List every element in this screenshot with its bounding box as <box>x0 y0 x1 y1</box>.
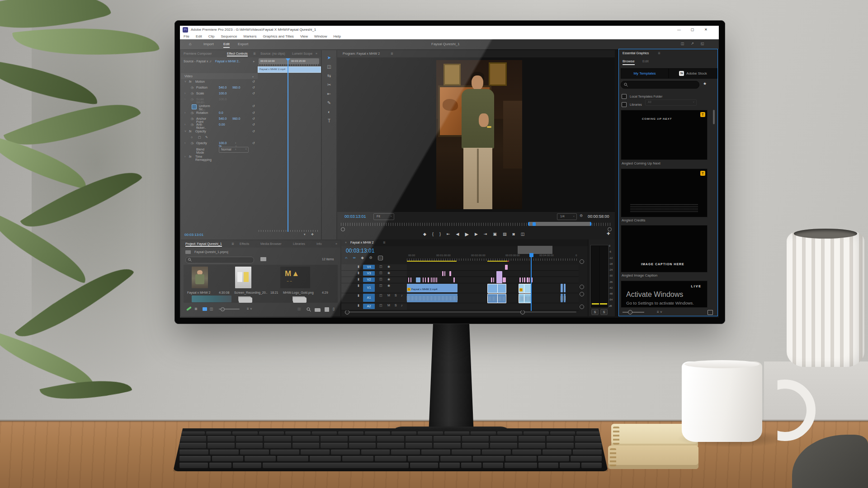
timeline-clip[interactable] <box>410 277 411 282</box>
tab-import[interactable]: Import <box>203 42 214 46</box>
timeline-clip[interactable] <box>487 294 498 303</box>
program-scroll-left-handle[interactable] <box>341 227 345 231</box>
project-folder-thumb[interactable] <box>239 297 252 303</box>
template-card[interactable]: IMAGE CAPTION HERE <box>621 225 708 272</box>
timeline-clip[interactable] <box>561 294 563 302</box>
timeline-clip[interactable] <box>564 284 566 292</box>
ec-keyframe-nav-icon[interactable]: ▾ <box>304 233 306 236</box>
timeline-clip[interactable] <box>416 277 420 282</box>
timeline-clip[interactable] <box>505 265 508 270</box>
track-select-tool[interactable]: ◫ <box>322 62 336 71</box>
fit-dropdown[interactable]: Fit ˅ <box>373 213 394 220</box>
step-back-icon[interactable]: ◀ <box>456 232 459 236</box>
track-lock-icon[interactable]: ▮ <box>358 265 359 268</box>
timeline-vscroll-handle[interactable] <box>580 259 584 264</box>
timeline-clip[interactable] <box>442 271 443 276</box>
program-playhead-marker[interactable] <box>533 222 536 226</box>
home-icon[interactable]: ⌂ <box>189 42 191 46</box>
play-icon[interactable]: ▶ <box>465 231 468 237</box>
tab-overflow-icon[interactable]: » <box>316 52 317 55</box>
track-lock-icon[interactable]: ▮ <box>358 304 359 307</box>
comparison-view-icon[interactable]: ◫ <box>521 232 525 236</box>
automate-sequence-icon[interactable]: ▥ <box>297 307 301 311</box>
step-forward-icon[interactable]: ▶ <box>475 232 478 236</box>
hand-tool[interactable]: ◐ <box>322 107 336 116</box>
tab-premiere-composer[interactable]: Premiere Composer <box>184 52 212 55</box>
favorites-star-icon[interactable]: ★ <box>703 81 707 86</box>
new-item-icon[interactable] <box>325 307 329 312</box>
track-name[interactable]: V2 <box>363 277 375 282</box>
extract-icon[interactable]: ▤ <box>503 232 507 236</box>
timeline-clip[interactable] <box>522 277 523 282</box>
menu-item[interactable]: File <box>184 34 189 38</box>
trash-icon[interactable]: ▯ <box>333 307 335 311</box>
program-zoom-thumb[interactable] <box>528 222 591 226</box>
toggle-track-output-icon[interactable]: ◉ <box>387 284 390 287</box>
project-search-input[interactable] <box>185 257 254 263</box>
my-templates-button[interactable]: My Templates <box>621 68 669 79</box>
eg-zoom-slider[interactable] <box>623 312 644 313</box>
project-overflow-icon[interactable]: » <box>335 242 337 245</box>
project-thumb-recording[interactable] <box>235 267 251 288</box>
selection-tool[interactable]: ➤ <box>322 53 336 62</box>
writable-pen-icon[interactable] <box>186 306 192 311</box>
ec-section-video[interactable]: Video ▴ <box>181 73 258 79</box>
sync-lock-icon[interactable]: ◫ <box>379 294 382 297</box>
template-card[interactable]: T <box>621 169 708 217</box>
add-marker-icon[interactable]: ◆ <box>361 256 363 260</box>
timeline-clip[interactable] <box>436 277 437 282</box>
timeline-hscrollbar[interactable] <box>347 311 576 313</box>
sync-lock-icon[interactable]: ◫ <box>379 265 382 268</box>
tab-libraries[interactable]: Libraries <box>293 242 305 245</box>
timeline-vscroll-handle[interactable] <box>580 285 584 289</box>
tab-media-browser[interactable]: Media Browser <box>260 242 282 245</box>
timeline-clip[interactable] <box>529 277 530 282</box>
solo-button[interactable]: S <box>395 294 397 297</box>
timeline-clip[interactable] <box>524 284 531 293</box>
ripple-edit-tool[interactable]: ⇆ <box>322 71 336 80</box>
sync-lock-icon[interactable]: ◫ <box>379 277 382 281</box>
menu-item[interactable]: Edit <box>196 34 202 38</box>
project-menu-icon[interactable]: ≣ <box>231 242 234 246</box>
linked-selection-icon[interactable]: ∞ <box>353 256 356 260</box>
timeline-playhead-line[interactable] <box>531 253 532 311</box>
toggle-track-output-icon[interactable]: ◉ <box>387 271 390 275</box>
menu-item[interactable]: Help <box>334 34 341 38</box>
timeline-clip[interactable] <box>449 271 451 276</box>
settings-wrench-icon[interactable]: ⚙ <box>580 214 583 218</box>
timeline-settings-icon[interactable]: ⚙ <box>369 256 373 260</box>
eg-sort-icon[interactable]: ≡ ˅ <box>657 310 662 314</box>
timeline-vscroll-handle[interactable] <box>580 305 584 309</box>
icon-view-icon[interactable] <box>203 307 207 311</box>
ec-bottom-timecode[interactable]: 00:03:13:01 <box>184 233 203 237</box>
file-name[interactable]: MHW-Logo_Gold.png <box>283 291 314 294</box>
track-name[interactable]: V3 <box>363 271 375 276</box>
sort-icon[interactable]: ≡ ˅ <box>247 307 252 311</box>
panel-menu-icon[interactable]: ≣ <box>253 52 256 56</box>
solo-button[interactable]: S <box>395 304 397 307</box>
sync-lock-icon[interactable]: ◫ <box>379 284 382 287</box>
toggle-track-output-icon[interactable]: ◉ <box>387 265 390 268</box>
tab-info[interactable]: Info <box>316 242 322 245</box>
track-name[interactable]: A1 <box>363 294 375 302</box>
menu-item[interactable]: Window <box>314 34 327 38</box>
eg-menu-icon[interactable]: ≣ <box>658 52 660 55</box>
eg-search-input[interactable] <box>621 81 699 89</box>
timeline-clip[interactable] <box>524 277 525 282</box>
slip-tool[interactable]: ⇤ <box>322 89 336 98</box>
maximize-button[interactable]: ▢ <box>691 28 694 32</box>
libraries-checkbox[interactable]: Libraries <box>622 100 642 108</box>
export-frame-icon[interactable]: ◙ <box>512 232 514 236</box>
timeline-clip[interactable] <box>493 277 494 282</box>
mic-icon[interactable]: ♪ <box>401 294 403 297</box>
timeline-clip[interactable] <box>423 277 424 282</box>
solo-button[interactable]: S <box>591 309 599 315</box>
lift-icon[interactable]: ▣ <box>493 232 497 236</box>
timeline-clip[interactable] <box>408 277 409 282</box>
timeline-clip[interactable] <box>496 271 502 283</box>
track-name[interactable]: A2 <box>363 304 375 309</box>
project-folder-thumb[interactable] <box>293 297 307 303</box>
eg-tab-edit[interactable]: Edit <box>642 59 649 63</box>
menu-item[interactable]: Sequence <box>221 34 237 38</box>
toggle-track-output-icon[interactable]: ◉ <box>387 277 390 281</box>
